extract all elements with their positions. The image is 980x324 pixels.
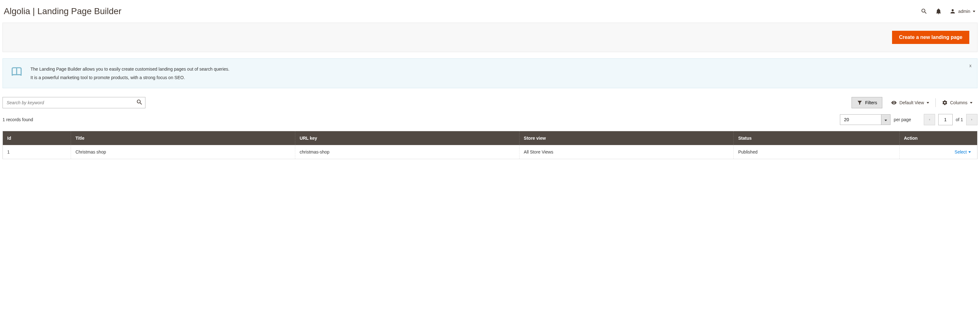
search-wrap bbox=[3, 97, 145, 108]
chevron-left-icon bbox=[928, 118, 931, 122]
controls-row: Filters Default View Columns bbox=[3, 97, 977, 108]
column-status[interactable]: Status bbox=[734, 131, 900, 145]
search-icon bbox=[136, 99, 143, 106]
of-pages: of 1 bbox=[956, 117, 963, 122]
bell-icon[interactable] bbox=[935, 8, 942, 15]
search-input[interactable] bbox=[3, 97, 145, 108]
chevron-down-icon bbox=[973, 11, 975, 12]
cell-action: Select bbox=[899, 145, 977, 159]
select-label: Select bbox=[955, 149, 967, 154]
default-view-dropdown[interactable]: Default View bbox=[886, 97, 934, 108]
cell-store-view: All Store Views bbox=[519, 145, 734, 159]
book-icon bbox=[11, 66, 22, 78]
chevron-right-icon bbox=[970, 118, 974, 122]
page-size-arrow[interactable] bbox=[881, 114, 890, 125]
column-id[interactable]: Id bbox=[3, 131, 71, 145]
chevron-down-icon bbox=[968, 151, 971, 153]
per-page-label: per page bbox=[894, 117, 911, 122]
chevron-down-icon bbox=[885, 120, 887, 121]
cell-id: 1 bbox=[3, 145, 71, 159]
divider bbox=[935, 98, 936, 107]
page-size-select[interactable] bbox=[840, 114, 891, 125]
right-controls: Filters Default View Columns bbox=[851, 97, 977, 108]
user-name: admin bbox=[958, 9, 970, 14]
header-actions: admin bbox=[921, 8, 975, 15]
table-row[interactable]: 1 Christmas shop christmas-shop All Stor… bbox=[3, 145, 977, 159]
info-message: The Landing Page Builder allows you to e… bbox=[3, 59, 977, 88]
chevron-down-icon bbox=[927, 102, 929, 103]
records-found: 1 records found bbox=[3, 117, 33, 122]
column-title[interactable]: Title bbox=[71, 131, 295, 145]
next-page-button[interactable] bbox=[966, 114, 977, 125]
pagination-controls: per page of 1 bbox=[840, 114, 977, 125]
gear-icon bbox=[942, 100, 948, 105]
info-text: The Landing Page Builder allows you to e… bbox=[30, 65, 230, 82]
page-header: Algolia | Landing Page Builder admin bbox=[0, 0, 980, 22]
page-title: Algolia | Landing Page Builder bbox=[4, 6, 122, 16]
column-url-key[interactable]: URL key bbox=[295, 131, 519, 145]
user-menu[interactable]: admin bbox=[950, 8, 975, 14]
columns-label: Columns bbox=[950, 100, 967, 105]
pagination-row: 1 records found per page of 1 bbox=[3, 114, 977, 125]
table-header-row: Id Title URL key Store view Status Actio… bbox=[3, 131, 977, 145]
info-line-2: It is a powerful marketing tool to promo… bbox=[30, 73, 230, 82]
column-store-view[interactable]: Store view bbox=[519, 131, 734, 145]
close-icon[interactable]: x bbox=[969, 63, 972, 68]
action-bar: Create a new landing page bbox=[3, 22, 977, 52]
prev-page-button[interactable] bbox=[924, 114, 935, 125]
search-icon[interactable] bbox=[921, 8, 928, 15]
cell-title: Christmas shop bbox=[71, 145, 295, 159]
select-action-link[interactable]: Select bbox=[904, 149, 971, 154]
info-line-1: The Landing Page Builder allows you to e… bbox=[30, 65, 230, 73]
user-icon bbox=[950, 8, 956, 14]
column-action[interactable]: Action bbox=[899, 131, 977, 145]
landing-pages-table: Id Title URL key Store view Status Actio… bbox=[3, 131, 977, 159]
default-view-label: Default View bbox=[899, 100, 924, 105]
page-size-input[interactable] bbox=[840, 114, 881, 125]
cell-url-key: christmas-shop bbox=[295, 145, 519, 159]
current-page-input[interactable] bbox=[938, 114, 953, 125]
cell-status: Published bbox=[734, 145, 900, 159]
chevron-down-icon bbox=[970, 102, 972, 103]
search-button[interactable] bbox=[136, 99, 143, 107]
eye-icon bbox=[891, 100, 897, 105]
filters-label: Filters bbox=[865, 100, 877, 105]
filters-button[interactable]: Filters bbox=[851, 97, 882, 108]
funnel-icon bbox=[857, 100, 862, 105]
columns-dropdown[interactable]: Columns bbox=[937, 97, 977, 108]
create-landing-page-button[interactable]: Create a new landing page bbox=[892, 31, 969, 44]
